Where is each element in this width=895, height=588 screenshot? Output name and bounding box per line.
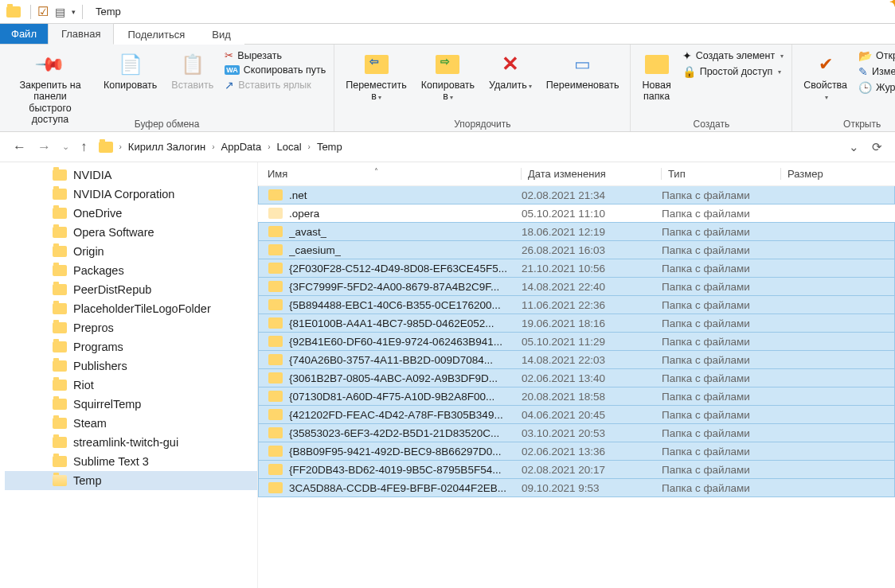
tree-item[interactable]: Temp [5,471,257,490]
table-row[interactable]: {740A26B0-3757-4A11-BB2D-009D7084...14.0… [258,350,895,369]
history-button[interactable]: 🕒Журнал [858,81,895,94]
table-row[interactable]: .opera05.10.2021 11:10Папка с файлами [258,204,895,223]
file-type: Папка с файлами [662,409,781,421]
file-date: 02.08.2021 21:34 [522,189,662,201]
new-item-button[interactable]: ✦Создать элемент▾ [682,49,784,62]
paste-shortcut-button[interactable]: ↗Вставить ярлык [225,79,326,92]
chevron-down-icon: ▾ [378,94,381,101]
table-row[interactable]: 3CA5D88A-CCDB-4FE9-BFBF-02044F2EB...09.1… [258,478,895,497]
file-list[interactable]: .net02.08.2021 21:34Папка с файлами.oper… [258,186,895,588]
nav-up-button[interactable]: ↑ [80,139,88,155]
tree-item-label: NVIDIA [73,169,111,181]
folder-icon [268,299,283,310]
ribbon-group-open: ✔ Свойства▾ 📂Открыть▾ ✎Изменить 🕒Журнал … [792,45,895,131]
new-folder-button[interactable]: ✦ Новая папка [639,49,674,104]
rename-icon: ▭ [574,54,591,74]
folder-icon [268,317,283,329]
column-headers[interactable]: Имя˄ Дата изменения Тип Размер [258,162,895,186]
tree-pane[interactable]: NVIDIANVIDIA CorporationOneDriveOpera So… [0,162,258,588]
rename-button[interactable]: ▭ Переименовать [543,49,623,92]
table-row[interactable]: _avast_18.06.2021 12:19Папка с файлами [258,222,895,241]
chevron-right-icon[interactable]: › [119,142,122,151]
table-row[interactable]: {421202FD-FEAC-4D42-A78F-FB305B349...04.… [258,405,895,424]
tree-item[interactable]: OneDrive [5,204,257,223]
qat-customize-icon[interactable]: ▾ [72,8,76,16]
tree-item[interactable]: Origin [5,242,257,261]
nav-forward-button[interactable]: → [37,139,51,155]
nav-recent-button[interactable]: ⌄ [62,142,69,152]
tree-item[interactable]: Opera Software [5,223,257,242]
qat-properties-icon[interactable]: ☑ [37,6,49,18]
pin-button[interactable]: 📌 Закрепить на панели быстрого доступа [8,49,92,127]
table-row[interactable]: {35853023-6EF3-42D2-B5D1-21D83520C...03.… [258,423,895,442]
tree-item[interactable]: NVIDIA [5,165,257,185]
app-icon [6,6,21,18]
copy-path-button[interactable]: WAСкопировать путь [225,64,326,76]
tree-item[interactable]: SquirrelTemp [5,395,257,414]
breadcrumb-item[interactable]: Кирилл Залогин [125,139,209,154]
table-row[interactable]: {92B41E60-DF60-41E9-9724-062463B941...05… [258,332,895,351]
tree-item[interactable]: NVIDIA Corporation [5,185,257,204]
tree-item[interactable]: Publishers [5,356,257,376]
paste-button[interactable]: 📋 Вставить [168,49,217,92]
table-row[interactable]: .net02.08.2021 21:34Папка с файлами [258,186,895,204]
edit-button[interactable]: ✎Изменить [858,65,895,78]
properties-button[interactable]: ✔ Свойства▾ [800,49,850,104]
tree-item[interactable]: Programs [5,337,257,356]
chevron-right-icon[interactable]: › [268,142,270,151]
cut-button[interactable]: ✂Вырезать [225,49,326,61]
tree-item[interactable]: streamlink-twitch-gui [5,433,257,452]
qat-more-icon[interactable]: ▤ [55,6,65,18]
move-to-button[interactable]: ⇦ Переместить в▾ [342,49,410,104]
column-type[interactable]: Тип [661,168,780,180]
folder-icon [53,322,67,333]
paste-icon: 📋 [181,53,205,76]
group-label-organize: Упорядочить [454,119,510,130]
column-name[interactable]: Имя˄ [268,168,521,180]
tab-view[interactable]: Вид [198,24,244,45]
folder-icon [53,399,67,410]
table-row[interactable]: _caesium_26.08.2021 16:03Папка с файлами [258,240,895,259]
breadcrumb-item[interactable]: Local [273,139,304,154]
tree-item[interactable]: Packages [5,261,257,280]
open-button[interactable]: 📂Открыть▾ [858,49,895,62]
easy-access-button[interactable]: 🔒Простой доступ▾ [682,65,784,78]
chevron-right-icon[interactable]: › [212,142,214,151]
table-row[interactable]: {5B894488-EBC1-40C6-B355-0CE176200...11.… [258,295,895,314]
file-date: 05.10.2021 11:29 [522,336,662,348]
table-row[interactable]: {3061B2B7-0805-4ABC-A092-A9B3DF9D...02.0… [258,368,895,387]
table-row[interactable]: {FF20DB43-BD62-4019-9B5C-8795B5F54...02.… [258,460,895,479]
refresh-button[interactable]: ⟳ [872,140,882,154]
delete-button[interactable]: ✕ Удалить▾ [486,49,535,92]
table-row[interactable]: {B8B09F95-9421-492D-BEC9-8B66297D0...02.… [258,442,895,461]
column-date[interactable]: Дата изменения [521,168,661,180]
breadcrumb-dropdown-button[interactable]: ⌄ [849,140,859,154]
lock-icon: 🔒 [682,65,696,78]
file-date: 11.06.2021 22:36 [522,299,662,311]
nav-back-button[interactable]: ← [13,139,26,155]
tree-item[interactable]: Sublime Text 3 [5,452,257,471]
tree-item[interactable]: Prepros [5,318,257,337]
breadcrumb[interactable]: › Кирилл Залогин › AppData › Local › Tem… [94,136,843,158]
table-row[interactable]: {2F030F28-C512-4D49-8D08-EF63CE45F5...21… [258,259,895,278]
chevron-down-icon: ▾ [529,83,532,90]
tab-file[interactable]: Файл [0,24,48,44]
column-size[interactable]: Размер [780,168,889,180]
breadcrumb-item[interactable]: Temp [314,139,346,154]
table-row[interactable]: {81E0100B-A4A1-4BC7-985D-0462E052...19.0… [258,313,895,333]
file-type: Папка с файлами [662,281,781,293]
table-row[interactable]: {3FC7999F-5FD2-4A00-8679-87A4B2C9F...14.… [258,277,895,296]
tree-item[interactable]: Steam [5,414,257,433]
copy-button[interactable]: 📄 Копировать [100,49,160,92]
tab-home[interactable]: Главная [48,23,114,45]
tree-item[interactable]: PlaceholderTileLogoFolder [5,299,257,318]
tab-share[interactable]: Поделиться [114,24,198,45]
chevron-right-icon[interactable]: › [308,142,311,151]
breadcrumb-item[interactable]: AppData [218,139,265,154]
tree-item[interactable]: PeerDistRepub [5,280,257,299]
tree-item[interactable]: Riot [5,376,257,395]
tree-item-label: Programs [73,341,123,353]
copy-to-button[interactable]: ⇨ Копировать в▾ [418,49,478,104]
table-row[interactable]: {07130D81-A60D-4F75-A10D-9B2A8F00...20.0… [258,387,895,406]
file-name: {740A26B0-3757-4A11-BB2D-009D7084... [289,354,493,366]
